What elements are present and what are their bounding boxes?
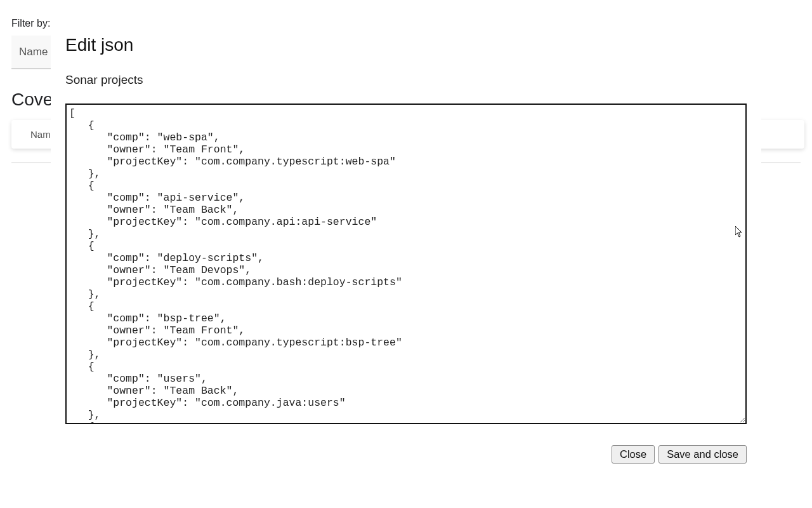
close-button[interactable]: Close	[612, 445, 655, 464]
table-header-name: Nam	[30, 129, 51, 140]
json-textarea[interactable]	[65, 104, 747, 424]
save-and-close-button[interactable]: Save and close	[658, 445, 747, 464]
edit-json-dialog: Edit json Sonar projects Close Save and …	[51, 0, 761, 508]
dialog-button-row: Close Save and close	[65, 445, 747, 464]
dialog-subtitle: Sonar projects	[65, 73, 747, 87]
dialog-title: Edit json	[65, 35, 747, 55]
